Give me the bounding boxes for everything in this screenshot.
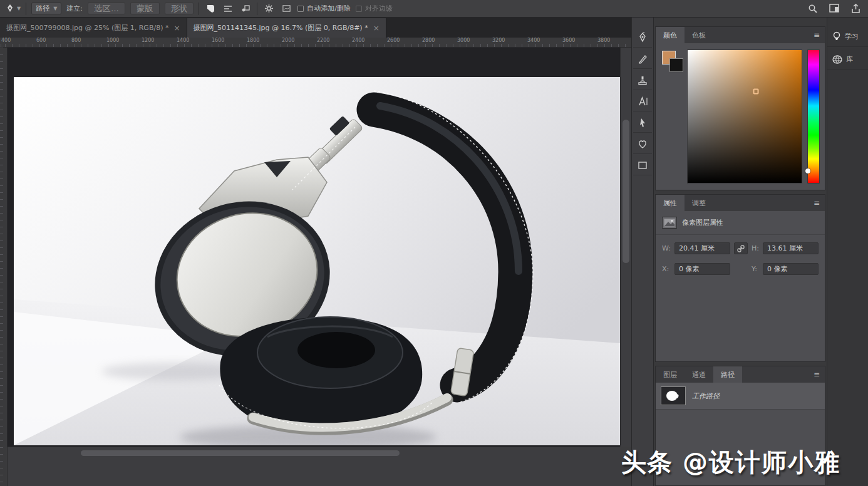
close-icon[interactable]: × xyxy=(173,24,180,33)
chevron-down-icon: ▼ xyxy=(17,6,21,11)
document-tab-1[interactable]: 摄图网_500799008.jpg @ 25% (图层 1, RGB/8) * … xyxy=(0,18,187,38)
document-column: 摄图网_500799008.jpg @ 25% (图层 1, RGB/8) * … xyxy=(0,18,631,486)
properties-panel-tabs: 属性 调整 ≡ xyxy=(656,195,825,211)
workspace-switcher-icon[interactable] xyxy=(828,3,840,15)
learn-panel-button[interactable]: 学习 xyxy=(827,26,868,47)
y-field[interactable]: 0 像素 xyxy=(763,263,819,275)
tab-paths[interactable]: 路径 xyxy=(713,366,742,383)
path-thumbnail[interactable] xyxy=(661,386,686,405)
transform-fields: W: 20.41 厘米 H: 13.61 厘米 X: 0 像素 Y: 0 像素 xyxy=(656,235,825,282)
work-path-row[interactable]: 工作路径 xyxy=(656,383,825,410)
vertical-scrollbar-thumb[interactable] xyxy=(623,120,629,263)
path-arrange-icon[interactable] xyxy=(239,3,252,15)
libraries-icon xyxy=(832,55,842,64)
properties-panel: 属性 调整 ≡ 像素图层属性 W: 20.41 厘米 H: xyxy=(655,194,825,362)
path-alignment-icon[interactable] xyxy=(222,3,234,15)
photoshop-app: ▼ 路径 ▼ 建立: 选区… 蒙版 形状 自动添加/删除 xyxy=(0,0,868,486)
tool-mode-dropdown[interactable]: 路径 ▼ xyxy=(31,3,61,14)
horizontal-type-tool[interactable] xyxy=(633,91,652,111)
tab-adjustments[interactable]: 调整 xyxy=(685,195,713,211)
canvas-photo[interactable] xyxy=(14,77,620,445)
separator xyxy=(26,3,26,15)
hue-slider[interactable] xyxy=(807,49,820,184)
auto-add-delete-option[interactable]: 自动添加/删除 xyxy=(297,4,351,13)
search-icon[interactable] xyxy=(807,3,819,15)
close-icon[interactable]: × xyxy=(373,24,380,33)
align-edges-option[interactable]: 对齐边缘 xyxy=(356,4,393,13)
share-icon[interactable] xyxy=(849,3,862,15)
properties-header-label: 像素图层属性 xyxy=(682,218,723,227)
watermark-handle: @设计师小雅 xyxy=(683,448,840,477)
x-field[interactable]: 0 像素 xyxy=(674,263,730,275)
horizontal-scrollbar-thumb[interactable] xyxy=(81,450,400,456)
pixel-layer-icon xyxy=(662,217,677,229)
learn-label: 学习 xyxy=(845,32,859,41)
pasteboard xyxy=(8,48,620,447)
auto-add-delete-checkbox[interactable] xyxy=(297,6,304,12)
clone-stamp-tool[interactable] xyxy=(633,70,652,90)
canvas-area xyxy=(0,48,631,486)
watermark-brand: 头条 xyxy=(621,448,673,477)
tab-swatches[interactable]: 色板 xyxy=(685,27,713,43)
document-tab-title: 摄图网_500799008.jpg @ 25% (图层 1, RGB/8) * xyxy=(6,23,168,33)
link-dimensions-icon[interactable] xyxy=(734,242,748,254)
tab-channels[interactable]: 通道 xyxy=(685,366,713,383)
horizontal-scrollbar[interactable] xyxy=(8,447,620,486)
height-field[interactable]: 13.61 厘米 xyxy=(763,242,819,254)
brush-tool[interactable] xyxy=(633,49,652,69)
panel-menu-icon[interactable]: ≡ xyxy=(809,199,825,207)
tool-preset-picker[interactable]: ▼ xyxy=(5,4,21,14)
libraries-panel-button[interactable]: 库 xyxy=(827,49,868,70)
horizontal-ruler: 4006008001000120014001600180020002200240… xyxy=(0,38,631,48)
width-field[interactable]: 20.41 厘米 xyxy=(674,242,730,254)
document-tab-2[interactable]: 摄图网_501141345.jpg @ 16.7% (图层 0, RGB/8#)… xyxy=(187,18,386,38)
make-mask-button[interactable]: 蒙版 xyxy=(130,3,160,14)
make-label: 建立: xyxy=(66,4,83,13)
chevron-down-icon: ▼ xyxy=(53,6,57,11)
tools-panel xyxy=(631,18,654,486)
paths-panel-tabs: 图层 通道 路径 ≡ xyxy=(656,366,825,383)
background-color-swatch[interactable] xyxy=(669,58,683,72)
make-shape-button[interactable]: 形状 xyxy=(165,3,194,14)
right-rail: 学习 库 xyxy=(827,18,868,486)
separator xyxy=(199,3,199,15)
color-picker-marker[interactable] xyxy=(753,88,759,94)
pen-tool-preset-icon xyxy=(5,4,15,14)
vertical-scrollbar[interactable] xyxy=(620,48,631,447)
panel-dock: 颜色 色板 ≡ xyxy=(654,18,827,486)
width-label: W: xyxy=(662,244,671,252)
properties-header: 像素图层属性 xyxy=(656,211,825,235)
libraries-label: 库 xyxy=(846,54,853,64)
document-tabs-bar: 摄图网_500799008.jpg @ 25% (图层 1, RGB/8) * … xyxy=(0,18,631,38)
rubber-band-icon[interactable] xyxy=(280,3,292,15)
color-panel: 颜色 色板 ≡ xyxy=(655,26,825,190)
panel-menu-icon[interactable]: ≡ xyxy=(809,31,825,39)
y-label: Y: xyxy=(752,265,759,273)
titlebar-right xyxy=(807,3,863,15)
path-selection-tool[interactable] xyxy=(633,113,652,133)
tab-properties[interactable]: 属性 xyxy=(656,195,685,211)
align-edges-checkbox[interactable] xyxy=(356,6,362,12)
saturation-brightness-field[interactable] xyxy=(687,49,802,184)
ruler-numbers: 4006008001000120014001600180020002200240… xyxy=(0,38,631,44)
x-label: X: xyxy=(662,265,671,273)
watermark: 头条 @设计师小雅 xyxy=(621,445,840,480)
pen-tool[interactable] xyxy=(633,28,652,48)
make-selection-button[interactable]: 选区… xyxy=(88,3,125,14)
lightbulb-icon xyxy=(832,31,841,41)
hue-slider-marker[interactable] xyxy=(805,168,810,173)
tab-color[interactable]: 颜色 xyxy=(656,27,685,43)
separator xyxy=(257,3,257,15)
custom-shape-tool[interactable] xyxy=(633,134,652,154)
options-bar: ▼ 路径 ▼ 建立: 选区… 蒙版 形状 自动添加/删除 xyxy=(0,0,868,18)
auto-add-delete-label: 自动添加/删除 xyxy=(307,4,351,13)
vertical-ruler xyxy=(0,48,8,486)
gear-icon[interactable] xyxy=(262,3,275,15)
panel-menu-icon[interactable]: ≡ xyxy=(809,370,825,379)
height-label: H: xyxy=(752,244,759,252)
rectangle-tool[interactable] xyxy=(633,155,652,175)
path-operations-icon[interactable] xyxy=(204,3,217,15)
tool-mode-value: 路径 xyxy=(36,4,49,13)
tab-layers[interactable]: 图层 xyxy=(656,366,685,383)
color-panel-tabs: 颜色 色板 ≡ xyxy=(656,27,825,43)
